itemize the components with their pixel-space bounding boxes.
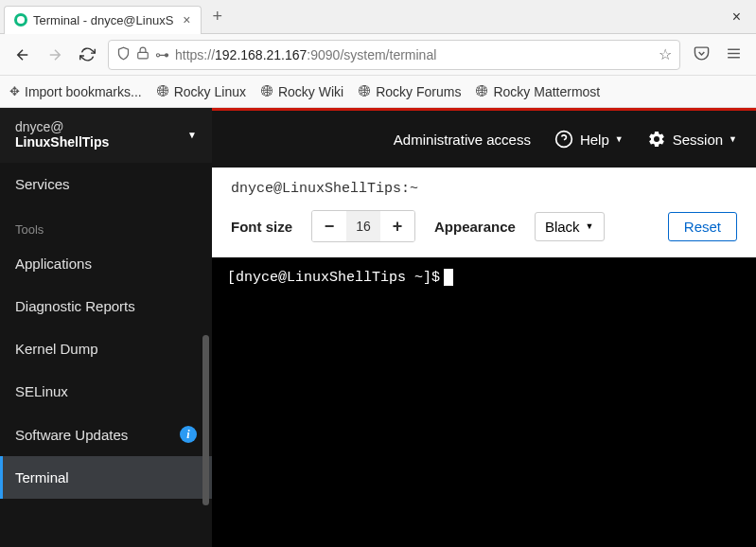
key-icon: ⊶ [155,46,169,63]
svg-rect-0 [138,52,149,58]
globe-icon: 🌐︎ [476,84,488,98]
help-icon [554,129,574,150]
sidebar-item-kernel-dump[interactable]: Kernel Dump [0,327,212,370]
main-content: Administrative access Help ▼ Session ▼ d… [212,108,756,547]
lock-icon [136,46,149,62]
url-text: https://192.168.21.167:9090/system/termi… [175,47,653,62]
chevron-down-icon: ▼ [615,134,624,144]
menu-icon[interactable] [722,45,745,64]
import-icon: ✥ [9,84,20,98]
bookmark-star-icon[interactable]: ☆ [659,45,672,63]
cockpit-favicon [14,13,27,26]
sidebar-item-terminal[interactable]: Terminal [0,456,212,499]
sidebar-item-selinux[interactable]: SELinux [0,370,212,413]
appearance-select[interactable]: Black ▼ [535,212,605,241]
bookmarks-bar: ✥ Import bookmarks... 🌐︎ Rocky Linux 🌐︎ … [0,76,756,108]
info-badge-icon: i [180,426,197,443]
new-tab-button[interactable]: + [202,7,235,26]
bookmark-rocky-wiki[interactable]: 🌐︎ Rocky Wiki [261,84,343,99]
font-size-stepper: − 16 + [311,210,415,242]
globe-icon: 🌐︎ [261,84,273,98]
cockpit-app: dnyce@ LinuxShellTips ▼ Services Tools A… [0,108,756,547]
font-increase-button[interactable]: + [380,211,414,241]
chevron-down-icon: ▼ [187,130,197,140]
admin-access-label[interactable]: Administrative access [394,132,531,148]
gear-icon [646,129,667,150]
forward-button[interactable] [44,44,66,66]
browser-toolbar: ⊶ https://192.168.21.167:9090/system/ter… [0,34,756,76]
chevron-down-icon: ▼ [729,134,737,144]
sidebar: dnyce@ LinuxShellTips ▼ Services Tools A… [0,108,212,547]
terminal-title: dnyce@LinuxShellTips:~ [231,181,737,197]
help-menu[interactable]: Help ▼ [554,129,624,150]
window-close-icon[interactable]: × [721,9,752,26]
terminal-controls: Font size − 16 + Appearance Black ▼ Rese… [231,210,737,242]
back-button[interactable] [11,44,34,66]
terminal-cursor [444,269,453,286]
terminal-body[interactable]: [dnyce@LinuxShellTips ~]$ [212,257,756,547]
bookmark-rocky-forums[interactable]: 🌐︎ Rocky Forums [359,84,461,99]
appearance-label: Appearance [434,219,516,235]
sidebar-item-software-updates[interactable]: Software Updates i [0,413,212,456]
host-label: dnyce@ LinuxShellTips [15,119,109,150]
bookmark-rocky-linux[interactable]: 🌐︎ Rocky Linux [157,84,246,99]
font-size-value: 16 [346,211,380,241]
host-switcher[interactable]: dnyce@ LinuxShellTips ▼ [0,108,212,163]
url-bar[interactable]: ⊶ https://192.168.21.167:9090/system/ter… [108,40,680,70]
sidebar-item-services[interactable]: Services [0,163,212,205]
terminal-header: dnyce@LinuxShellTips:~ Font size − 16 + … [212,168,756,248]
browser-tab[interactable]: Terminal - dnyce@LinuxS × [4,6,202,34]
sidebar-section-tools: Tools [0,205,212,242]
bookmark-import[interactable]: ✥ Import bookmarks... [9,84,142,99]
close-tab-icon[interactable]: × [183,12,190,27]
pocket-icon[interactable] [690,45,712,64]
terminal-prompt-line: [dnyce@LinuxShellTips ~]$ [227,269,741,286]
globe-icon: 🌐︎ [359,84,371,98]
font-size-label: Font size [231,219,292,235]
sidebar-scrollbar[interactable] [202,335,209,505]
topbar: Administrative access Help ▼ Session ▼ [212,111,756,168]
font-decrease-button[interactable]: − [312,211,346,241]
sidebar-item-diagnostic-reports[interactable]: Diagnostic Reports [0,285,212,327]
globe-icon: 🌐︎ [157,84,169,98]
browser-tab-strip: Terminal - dnyce@LinuxS × + × [0,0,756,34]
tab-title: Terminal - dnyce@LinuxS [33,13,173,27]
reload-button[interactable] [76,44,98,66]
reset-button[interactable]: Reset [668,212,737,241]
session-menu[interactable]: Session ▼ [646,129,737,150]
shield-icon [116,46,131,63]
privileged-stripe [212,108,756,111]
chevron-down-icon: ▼ [586,221,594,231]
sidebar-item-applications[interactable]: Applications [0,242,212,285]
terminal-prompt: [dnyce@LinuxShellTips ~]$ [227,270,440,286]
bookmark-rocky-mattermost[interactable]: 🌐︎ Rocky Mattermost [476,84,600,99]
